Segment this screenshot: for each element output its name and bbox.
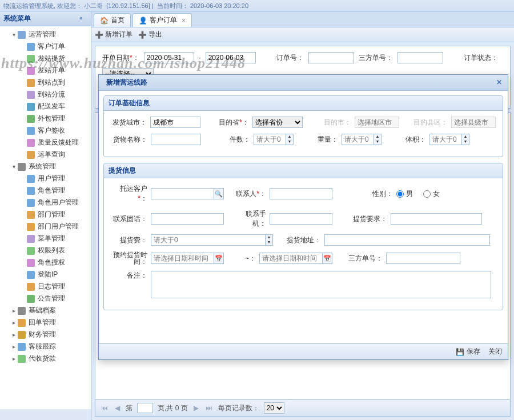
node-icon bbox=[26, 114, 35, 123]
pickup-fee-label: 提货费： bbox=[111, 235, 147, 245]
pager-first-icon[interactable]: ⏮ bbox=[100, 404, 109, 412]
pickup-addr-input[interactable] bbox=[324, 234, 490, 246]
sidebar-item[interactable]: 质量反馈处理 bbox=[0, 137, 91, 149]
sidebar-collapse-icon[interactable]: « bbox=[79, 15, 87, 23]
dlg-third-no-input[interactable] bbox=[386, 253, 460, 264]
node-icon bbox=[17, 306, 26, 315]
pieces-spinner[interactable]: ▲▼ bbox=[254, 134, 294, 145]
dialog-title: 新增营运线路 bbox=[106, 78, 147, 87]
expander-icon[interactable]: ▾ bbox=[10, 163, 17, 170]
sidebar-item-label: 角色授权 bbox=[38, 258, 65, 267]
export-button[interactable]: ➕ 导出 bbox=[138, 30, 162, 39]
sidebar-item[interactable]: 角色用户管理 bbox=[0, 197, 91, 209]
sidebar-item[interactable]: ▸基础档案 bbox=[0, 305, 91, 317]
node-icon bbox=[17, 342, 26, 351]
sidebar-item-label: 权限列表 bbox=[38, 246, 65, 255]
contact-label: 联系人*： bbox=[235, 189, 266, 199]
tab[interactable]: 🏠首页 bbox=[94, 13, 131, 27]
expander-icon[interactable]: ▾ bbox=[10, 31, 17, 38]
expander-icon[interactable]: ▸ bbox=[10, 331, 17, 338]
sidebar-item[interactable]: 到站点到 bbox=[0, 77, 91, 89]
pager-last-icon[interactable]: ⏭ bbox=[204, 404, 214, 412]
volume-spinner[interactable]: ▲▼ bbox=[429, 134, 469, 145]
dest-prov-select[interactable]: 选择省份 bbox=[252, 117, 303, 128]
pager-pagesize-select[interactable]: 20 bbox=[264, 402, 284, 414]
pickup-fee-spinner[interactable]: ▲▼ bbox=[151, 234, 273, 246]
sidebar-item[interactable]: 发站开单 bbox=[0, 65, 91, 77]
pager-page-input[interactable] bbox=[137, 403, 153, 413]
close-icon[interactable]: ✕ bbox=[495, 79, 503, 87]
dialog-title-bar[interactable]: 新增营运线路 ✕ bbox=[99, 75, 508, 91]
tel-label: 联系固话： bbox=[111, 214, 147, 224]
node-icon bbox=[26, 42, 35, 51]
expander-icon[interactable]: ▸ bbox=[10, 319, 17, 326]
date-to-input[interactable] bbox=[206, 52, 256, 63]
sidebar-item[interactable]: 部门管理 bbox=[0, 209, 91, 221]
calendar-icon: 📅 bbox=[214, 253, 224, 264]
sidebar-item[interactable]: 发站提货 bbox=[0, 53, 91, 65]
pager-prev-icon[interactable]: ◀ bbox=[114, 404, 121, 412]
expander-icon[interactable]: ▸ bbox=[10, 307, 17, 314]
weight-spinner[interactable]: ▲▼ bbox=[342, 134, 382, 145]
sidebar-item[interactable]: ▸财务管理 bbox=[0, 329, 91, 341]
expander-icon[interactable]: ▸ bbox=[10, 343, 17, 350]
sidebar-item[interactable]: 配送发车 bbox=[0, 101, 91, 113]
node-icon bbox=[17, 318, 26, 327]
save-button[interactable]: 💾 保存 bbox=[456, 347, 480, 357]
sidebar-item[interactable]: 客户签收 bbox=[0, 125, 91, 137]
sidebar-item-label: 用户管理 bbox=[38, 174, 65, 183]
ship-city-input[interactable] bbox=[150, 117, 200, 128]
order-no-input[interactable] bbox=[308, 52, 354, 63]
appt-to-input[interactable]: 📅 bbox=[259, 253, 332, 264]
contact-input[interactable] bbox=[270, 188, 332, 199]
sidebar-item[interactable]: 部门用户管理 bbox=[0, 221, 91, 233]
gender-female-radio[interactable]: 女 bbox=[423, 189, 440, 199]
node-icon bbox=[26, 126, 35, 135]
date-from-input[interactable] bbox=[144, 52, 194, 63]
close-button[interactable]: 关闭 bbox=[488, 347, 502, 357]
sidebar-item[interactable]: 角色管理 bbox=[0, 185, 91, 197]
sidebar-item[interactable]: ▸代收货款 bbox=[0, 353, 91, 365]
tab-close-icon[interactable]: × bbox=[182, 17, 186, 25]
sidebar-item[interactable]: 到站分流 bbox=[0, 89, 91, 101]
node-icon bbox=[26, 198, 35, 207]
sidebar-item[interactable]: 日志管理 bbox=[0, 281, 91, 293]
mobile-input[interactable] bbox=[270, 213, 332, 225]
tel-input[interactable] bbox=[151, 213, 224, 225]
sidebar-item[interactable]: 外包管理 bbox=[0, 113, 91, 125]
sidebar-item[interactable]: ▸客服跟踪 bbox=[0, 341, 91, 353]
remark-textarea[interactable] bbox=[151, 271, 491, 298]
goods-name-input[interactable] bbox=[151, 134, 201, 145]
sidebar-item[interactable]: 菜单管理 bbox=[0, 233, 91, 245]
sidebar-item[interactable]: ▾运营管理 bbox=[0, 29, 91, 41]
sidebar-item[interactable]: ▾系统管理 bbox=[0, 161, 91, 173]
sidebar-item[interactable]: 客户订单 bbox=[0, 41, 91, 53]
node-icon bbox=[26, 150, 35, 159]
node-icon bbox=[26, 54, 35, 63]
third-no-input[interactable] bbox=[397, 52, 443, 63]
sidebar-item[interactable]: 角色授权 bbox=[0, 257, 91, 269]
tab-label: 客户订单 bbox=[150, 15, 177, 25]
pickup-req-input[interactable] bbox=[391, 213, 482, 225]
sidebar-item[interactable]: 权限列表 bbox=[0, 245, 91, 257]
appt-from-input[interactable]: 📅 bbox=[151, 253, 224, 264]
consignor-lookup[interactable]: 🔍 bbox=[151, 188, 224, 199]
pager-next-icon[interactable]: ▶ bbox=[192, 404, 200, 412]
sidebar-item[interactable]: ▸回单管理 bbox=[0, 317, 91, 329]
sidebar-item[interactable]: 用户管理 bbox=[0, 173, 91, 185]
expander-icon[interactable]: ▸ bbox=[10, 355, 17, 362]
new-route-dialog: 新增营运线路 ✕ 订单基础信息 发货城市： 目的省*： 选择省份 目的市： 目的… bbox=[98, 74, 508, 360]
add-order-button[interactable]: ➕ 新增订单 bbox=[95, 30, 132, 39]
sidebar-item[interactable]: 登陆IP bbox=[0, 269, 91, 281]
sidebar-item[interactable]: 运单查询 bbox=[0, 149, 91, 161]
sidebar-item[interactable]: 公告管理 bbox=[0, 293, 91, 305]
dest-county-select bbox=[451, 117, 496, 128]
tab[interactable]: 👤客户订单× bbox=[132, 13, 192, 27]
tab-icon: 👤 bbox=[139, 17, 147, 25]
plus-icon: ➕ bbox=[95, 31, 103, 39]
node-icon bbox=[26, 222, 35, 231]
gender-male-radio[interactable]: 男 bbox=[396, 189, 413, 199]
sidebar-item-label: 回单管理 bbox=[29, 318, 56, 327]
welcome-prefix: 欢迎您： bbox=[57, 2, 82, 9]
node-icon bbox=[26, 294, 35, 303]
